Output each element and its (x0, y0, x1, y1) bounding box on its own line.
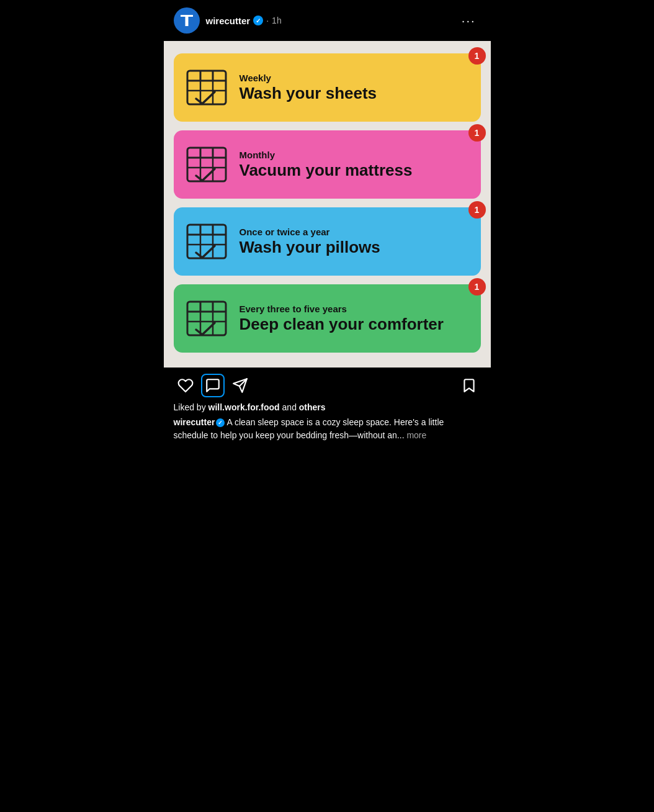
task-action-yearly: Wash your pillows (240, 238, 380, 256)
comment-button-wrapper[interactable] (201, 374, 225, 397)
like-button[interactable] (174, 374, 197, 397)
badge-monthly: 1 (468, 124, 486, 142)
more-options-button[interactable]: ··· (457, 11, 481, 30)
badge-yearly: 1 (468, 201, 486, 219)
task-action-fiveyear: Deep clean your comforter (240, 315, 444, 333)
task-action-monthly: Vacuum your mattress (240, 161, 413, 179)
post-time: 1h (272, 16, 282, 25)
svg-rect-1 (185, 15, 188, 26)
liked-by-label: Liked by (174, 402, 206, 412)
calendar-icon-fiveyear (184, 295, 230, 341)
post: wirecutter · 1h ··· 1 (164, 0, 491, 447)
badge-weekly: 1 (468, 47, 486, 65)
username-label[interactable]: wirecutter (206, 16, 251, 26)
bookmark-icon (461, 377, 477, 394)
verified-icon (253, 16, 263, 25)
share-icon (232, 377, 248, 394)
task-text-yearly: Once or twice a year Wash your pillows (240, 227, 380, 256)
actions-row (164, 368, 491, 402)
caption: wirecutter A clean sleep space is a cozy… (164, 415, 491, 447)
likes-and: and (282, 402, 297, 412)
task-freq-weekly: Weekly (240, 73, 377, 83)
task-card-yearly: 1 Once or twice a year Wash your pillows (174, 207, 481, 276)
task-card-fiveyear: 1 Every three to five years Deep clean y… (174, 284, 481, 353)
calendar-icon-weekly (184, 65, 230, 111)
task-card-monthly: 1 Monthly Vacuum your mattress (174, 130, 481, 199)
task-text-monthly: Monthly Vacuum your mattress (240, 150, 413, 179)
bookmark-button[interactable] (457, 374, 481, 397)
actions-left (174, 374, 252, 397)
task-freq-fiveyear: Every three to five years (240, 304, 444, 314)
calendar-icon-monthly (184, 142, 230, 187)
infographic-card: 1 Weekly Wash your sheets 1 (164, 41, 491, 368)
post-timestamp: · (266, 16, 269, 25)
likes-others[interactable]: others (299, 402, 326, 412)
likes-row: Liked by will.work.for.food and others (164, 402, 491, 415)
caption-verified-icon (216, 418, 225, 427)
username-row: wirecutter · 1h (206, 16, 282, 26)
comment-button[interactable] (205, 377, 221, 394)
liked-by-user[interactable]: will.work.for.food (208, 402, 280, 412)
share-button[interactable] (228, 374, 252, 397)
task-freq-yearly: Once or twice a year (240, 227, 380, 237)
task-freq-monthly: Monthly (240, 150, 413, 160)
heart-icon (177, 377, 194, 394)
task-card-weekly: 1 Weekly Wash your sheets (174, 53, 481, 122)
more-link[interactable]: more (406, 430, 426, 440)
task-text-fiveyear: Every three to five years Deep clean you… (240, 304, 444, 333)
calendar-icon-yearly (184, 219, 230, 264)
username-area: wirecutter · 1h (206, 16, 282, 26)
task-action-weekly: Wash your sheets (240, 84, 377, 102)
avatar[interactable] (174, 7, 200, 34)
task-text-weekly: Weekly Wash your sheets (240, 73, 377, 102)
comment-icon (205, 377, 221, 394)
caption-username[interactable]: wirecutter (174, 417, 215, 427)
badge-fiveyear: 1 (468, 278, 486, 295)
post-header: wirecutter · 1h ··· (164, 0, 491, 41)
header-left: wirecutter · 1h (174, 7, 282, 34)
